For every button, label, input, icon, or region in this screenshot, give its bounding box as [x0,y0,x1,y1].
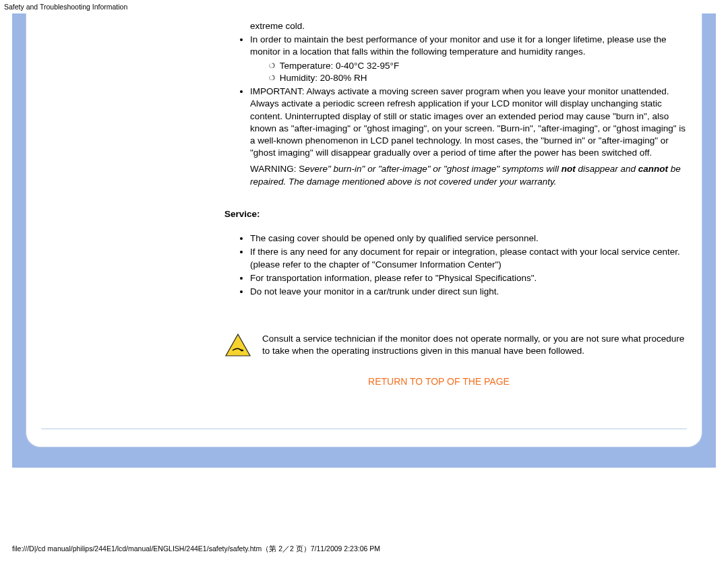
list-item: In order to maintain the best performanc… [250,34,687,84]
header-title: Safety and Troubleshooting Information [4,3,127,11]
list-item: The casing cover should be opened only b… [250,232,687,245]
service-list: The casing cover should be opened only b… [191,232,687,298]
warn-not: not [562,164,576,174]
return-to-top-link[interactable]: RETURN TO TOP OF THE PAGE [191,375,687,388]
consult-text: Consult a service technician if the moni… [262,333,687,357]
list-item: If there is any need for any document fo… [250,246,687,270]
footer-path: file:///D|/cd manual/philips/244E1/lcd/m… [0,540,380,554]
maintain-text: In order to maintain the best performanc… [250,34,667,57]
divider-line [41,429,687,429]
list-item: IMPORTANT: Always activate a moving scre… [250,86,687,188]
warning-block: WARNING: Severe" burn-in" or "after-imag… [250,163,687,187]
main-bullet-list: In order to maintain the best performanc… [191,34,687,188]
content-panel: extreme cold. In order to maintain the b… [26,13,702,447]
sub-list-item-humidity: Humidity: 20-80% RH [269,72,687,84]
sub-list: Temperature: 0-40°C 32-95°F Humidity: 20… [250,60,687,84]
warn-italic-2: disappear and [576,164,638,174]
warn-italic-1: evere" burn-in" or "after-image" or "gho… [305,164,561,174]
warn-cannot: cannot [638,164,668,174]
list-item: Do not leave your monitor in a car/trunk… [250,286,687,298]
intro-text: extreme cold. [250,20,687,32]
warning-triangle-icon [224,333,251,357]
consult-row: Consult a service technician if the moni… [224,333,687,357]
service-heading: Service: [224,208,687,220]
blue-frame: extreme cold. In order to maintain the b… [12,13,716,468]
sub-list-item-temperature: Temperature: 0-40°C 32-95°F [269,60,687,72]
warn-prefix: WARNING: S [250,164,305,174]
header-bar: Safety and Troubleshooting Information [0,0,728,13]
list-item: For transportation information, please r… [250,272,687,284]
svg-marker-0 [226,334,250,356]
document-content: extreme cold. In order to maintain the b… [41,13,687,387]
important-text: IMPORTANT: Always activate a moving scre… [250,86,686,158]
svg-point-1 [241,350,243,351]
